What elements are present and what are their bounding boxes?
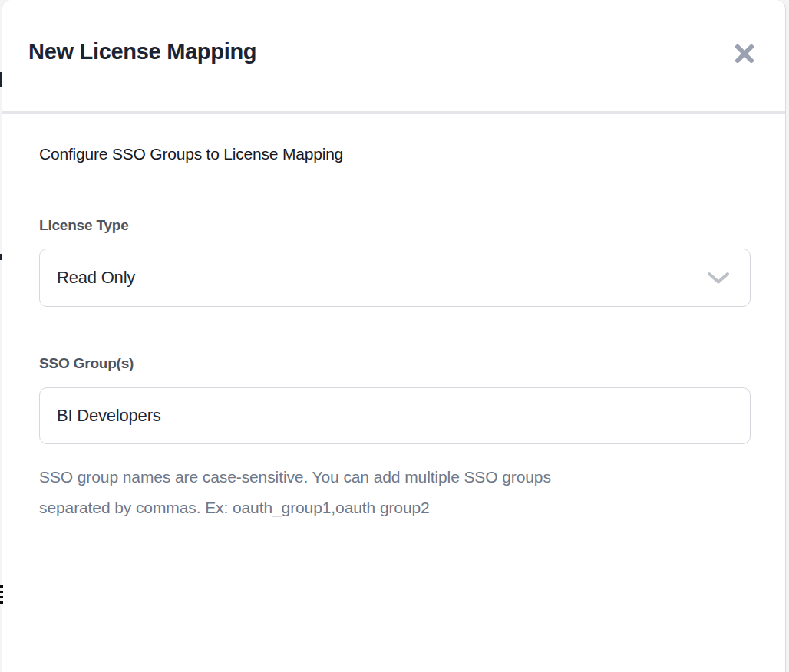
menu-dash xyxy=(0,591,3,593)
sso-groups-input[interactable] xyxy=(39,387,751,444)
license-type-select[interactable]: Read Only xyxy=(39,249,751,307)
modal-header: New License Mapping xyxy=(2,0,785,112)
modal-subtitle: Configure SSO Groups to License Mapping xyxy=(39,143,751,164)
background-content-fragment xyxy=(0,254,2,260)
background-page-sliver xyxy=(0,0,2,672)
sso-groups-help-line1: SSO group names are case-sensitive. You … xyxy=(39,462,751,492)
modal-body: Configure SSO Groups to License Mapping … xyxy=(2,143,785,523)
close-icon xyxy=(733,42,756,65)
new-license-mapping-modal: New License Mapping Configure SSO Groups… xyxy=(2,0,786,672)
license-type-label: License Type xyxy=(39,216,751,235)
menu-dash xyxy=(0,596,3,598)
menu-dash xyxy=(0,585,3,588)
header-divider xyxy=(2,111,785,114)
sso-groups-help: SSO group names are case-sensitive. You … xyxy=(39,462,751,523)
sso-groups-help-line2: separated by commas. Ex: oauth_group1,oa… xyxy=(39,492,751,523)
background-content-fragment xyxy=(0,72,2,87)
modal-title: New License Mapping xyxy=(28,39,256,64)
close-button[interactable] xyxy=(731,41,758,67)
chevron-down-icon xyxy=(707,272,730,285)
license-type-value: Read Only xyxy=(57,268,707,288)
background-menu-fragment xyxy=(0,585,3,607)
menu-dash xyxy=(0,601,3,604)
sso-groups-label: SSO Group(s) xyxy=(39,354,751,373)
